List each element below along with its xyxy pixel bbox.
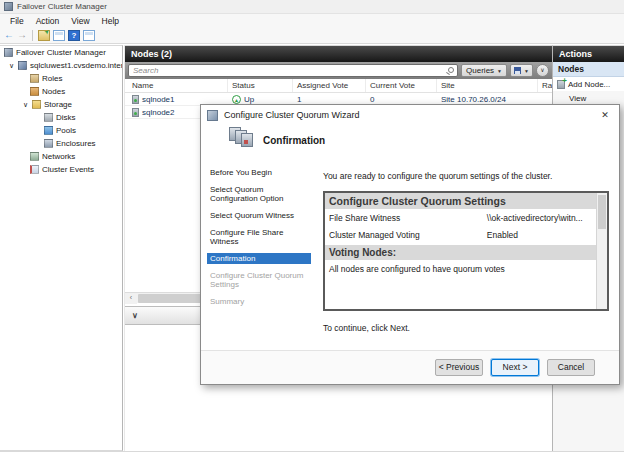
tree-item-label: Pools [56,126,76,135]
report-voting-note: All nodes are configured to have quorum … [325,260,596,278]
save-query-button[interactable]: ▼ [510,64,533,77]
forward-icon[interactable]: → [17,30,27,40]
search-box[interactable] [128,64,458,77]
previous-button[interactable]: < Previous [435,359,483,376]
report-row-file-share-witness: File Share Witness \\ok-activedirectory\… [325,209,596,226]
menu-action[interactable]: Action [30,15,66,27]
tree-item-label: Roles [42,74,62,83]
chevron-down-icon: ∨ [540,67,544,73]
scroll-left-icon[interactable]: ‹ [125,293,137,304]
nodes-pane-title: Nodes (2) [131,49,172,59]
action-add-node[interactable]: Add Node... [553,77,624,91]
queries-button[interactable]: Queries ▼ [461,64,507,77]
step-select-quorum-configuration-option[interactable]: Select Quorum Configuration Option [207,184,311,204]
add-node-icon [557,80,565,89]
chevron-down-icon: ▼ [497,68,502,74]
tree-item-label: Disks [56,113,76,122]
chevron-down-icon[interactable]: ∨ [132,311,138,320]
report-label: File Share Witness [329,213,487,223]
storage-icon [32,100,41,109]
report-value: \\ok-activedirectory\witn... [487,213,592,223]
column-header-assigned-vote[interactable]: Assigned Vote [293,79,366,92]
tree-item-nodes[interactable]: Nodes [0,85,122,98]
app-icon [4,2,13,11]
tree-item-enclosures[interactable]: Enclosures [0,137,122,150]
column-header-name[interactable]: Name [128,79,228,92]
action-view[interactable]: View [553,91,624,105]
tree-item-label: Failover Cluster Manager [16,48,106,57]
cluster-manager-icon [4,48,13,57]
cluster-events-icon [30,165,39,174]
action-label: Add Node... [568,80,610,89]
tree-item-disks[interactable]: Disks [0,111,122,124]
step-before-you-begin[interactable]: Before You Begin [207,167,311,178]
wizard-footer-note: To continue, click Next. [323,323,410,333]
tree-item-cluster[interactable]: ∨ sqlcluwest1.cvsdemo.interr [0,59,122,72]
close-icon[interactable]: ✕ [597,108,613,122]
dialog-titlebar[interactable]: Configure Cluster Quorum Wizard ✕ [201,105,619,125]
dialog-title: Configure Cluster Quorum Wizard [224,110,591,120]
wizard-page-header: Confirmation [201,125,619,167]
step-confirmation[interactable]: Confirmation [207,253,311,264]
tree-item-cluster-events[interactable]: Cluster Events [0,163,122,176]
step-configure-cluster-quorum-settings: Configure Cluster Quorum Settings [207,270,311,290]
export-list-icon[interactable] [38,30,50,41]
column-header-current-vote[interactable]: Current Vote [366,79,437,92]
tree-item-storage[interactable]: ∨ Storage [0,98,122,111]
tree-item-label: sqlcluwest1.cvsdemo.interr [30,61,122,70]
node-name: sqlnode1 [142,95,174,104]
step-summary: Summary [207,296,311,307]
report-section-voting-nodes: Voting Nodes: [325,245,596,260]
chevron-down-icon: ▼ [524,68,529,74]
pools-icon [44,126,53,135]
roles-icon [30,74,39,83]
tree-item-label: Nodes [42,87,65,96]
wizard-page-title: Confirmation [263,135,325,146]
action-pane-icon[interactable] [83,30,95,41]
menu-file[interactable]: File [4,15,30,27]
expand-arrow-icon[interactable]: ∨ [8,62,15,70]
tree-item-label: Storage [44,100,72,109]
expand-arrow-icon[interactable]: ∨ [22,101,29,109]
tree-item-networks[interactable]: Networks [0,150,122,163]
wizard-steps-nav: Before You Begin Select Quorum Configura… [207,167,311,307]
report-label: Cluster Managed Voting [329,230,487,240]
report-row-cluster-managed-voting: Cluster Managed Voting Enabled [325,226,596,243]
menu-help[interactable]: Help [96,15,125,27]
disks-icon [44,113,53,122]
cluster-quorum-icon [229,127,253,151]
actions-context-label: Nodes [558,64,584,74]
help-icon[interactable]: ? [68,30,80,41]
node-status: Up [244,95,254,104]
cluster-icon [18,61,27,70]
console-tree-icon[interactable] [53,30,65,41]
report-body: Configure Cluster Quorum Settings File S… [325,193,596,309]
search-input[interactable] [129,65,457,76]
tree-item-label: Enclosures [56,139,96,148]
step-select-quorum-witness[interactable]: Select Quorum Witness [207,210,311,221]
assigned-vote: 1 [297,95,301,104]
tree-item-pools[interactable]: Pools [0,124,122,137]
window-title: Failover Cluster Manager [17,2,107,11]
actions-pane-title: Actions [559,49,592,59]
collapse-filter-button[interactable]: ∨ [536,64,549,77]
queries-label: Queries [466,66,494,75]
column-header-status[interactable]: Status [228,79,293,92]
back-icon[interactable]: ← [4,30,14,40]
actions-pane-header: Actions [553,46,624,62]
wizard-button-row: < Previous Next > Cancel [201,350,619,384]
scrollbar-thumb[interactable] [598,195,606,229]
next-button[interactable]: Next > [491,359,539,376]
node-site: Site 10.70.26.0/24 [441,95,506,104]
tree-item-label: Cluster Events [42,165,94,174]
step-configure-file-share-witness[interactable]: Configure File Share Witness [207,227,311,247]
nodes-icon [30,87,39,96]
tree-item-roles[interactable]: Roles [0,72,122,85]
toolbar: ← → ? [0,27,624,44]
tree-item-root[interactable]: Failover Cluster Manager [0,46,122,59]
menu-view[interactable]: View [65,15,95,27]
cancel-button[interactable]: Cancel [547,359,595,376]
quorum-settings-report: Configure Cluster Quorum Settings File S… [323,191,609,311]
column-header-site[interactable]: Site [437,79,538,92]
report-vertical-scrollbar[interactable] [596,193,607,309]
